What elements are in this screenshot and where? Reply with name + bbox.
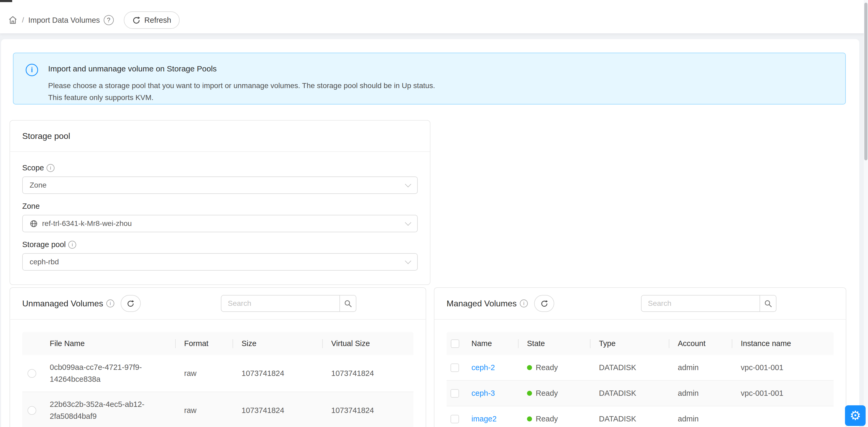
instance-name-cell: vpc-001-001 bbox=[732, 381, 834, 406]
managed-info-icon[interactable]: i bbox=[520, 300, 528, 307]
type-cell: DATADISK bbox=[590, 355, 669, 380]
file-name-cell: 22b63c2b-352a-4ec5-ab12-2fa508d4baf9 bbox=[41, 392, 176, 427]
column-header-format[interactable]: Format bbox=[176, 332, 233, 355]
row-radio-button[interactable] bbox=[28, 406, 36, 415]
managed-search-input[interactable] bbox=[641, 295, 760, 312]
row-radio-button[interactable] bbox=[28, 369, 36, 378]
unmanaged-refresh-button[interactable] bbox=[121, 295, 141, 312]
home-icon[interactable] bbox=[8, 16, 18, 25]
managed-table-row[interactable]: ceph-3 Ready DATADISK admin vpc-001-001 bbox=[446, 381, 834, 406]
unmanaged-table-row[interactable]: 0cb099aa-cc7e-4721-97f9-14264bce838a raw… bbox=[22, 355, 413, 392]
unmanaged-search-button[interactable] bbox=[339, 295, 356, 312]
top-bar: / Import Data Volumes ? Refresh bbox=[0, 0, 868, 33]
managed-refresh-button[interactable] bbox=[534, 295, 554, 312]
card-title: Storage pool bbox=[22, 131, 70, 141]
managed-search bbox=[641, 295, 776, 312]
scrollbar-thumb[interactable] bbox=[864, 3, 867, 160]
window-corner-fragment bbox=[0, 0, 12, 2]
volume-name-link[interactable]: ceph-3 bbox=[471, 389, 495, 398]
unmanaged-info-icon[interactable]: i bbox=[106, 300, 114, 307]
type-cell: DATADISK bbox=[590, 381, 669, 406]
reload-icon bbox=[540, 300, 548, 307]
column-header-size[interactable]: Size bbox=[233, 332, 323, 355]
managed-search-button[interactable] bbox=[760, 295, 776, 312]
type-cell: DATADISK bbox=[590, 406, 669, 427]
status-dot-icon bbox=[527, 417, 532, 422]
storage-pool-card-header: Storage pool bbox=[10, 121, 430, 152]
managed-table-row[interactable]: ceph-2 Ready DATADISK admin vpc-001-001 bbox=[446, 355, 834, 381]
format-cell: raw bbox=[176, 392, 233, 427]
column-header-account[interactable]: Account bbox=[669, 332, 732, 355]
managed-panel-header: Managed Volumes i bbox=[434, 288, 846, 319]
globe-icon bbox=[30, 220, 38, 228]
column-header-type[interactable]: Type bbox=[590, 332, 669, 355]
scope-info-icon[interactable]: i bbox=[46, 164, 55, 172]
breadcrumb-current: Import Data Volumes bbox=[28, 16, 100, 25]
zone-select[interactable]: ref-trl-6341-k-Mr8-wei-zhou bbox=[22, 215, 418, 232]
storage-pool-field-label: Storage pool i bbox=[22, 240, 418, 249]
row-checkbox[interactable] bbox=[451, 415, 459, 423]
format-cell: raw bbox=[176, 355, 233, 392]
state-cell: Ready bbox=[519, 406, 590, 427]
main-content: i Import and unmanage volume on Storage … bbox=[1, 39, 859, 427]
account-cell: admin bbox=[669, 406, 732, 427]
row-checkbox[interactable] bbox=[451, 364, 459, 372]
managed-table-header: Name State Type Account Instance name bbox=[446, 332, 834, 355]
row-checkbox[interactable] bbox=[451, 389, 459, 398]
radio-column-header bbox=[22, 332, 41, 355]
refresh-button[interactable]: Refresh bbox=[124, 11, 180, 29]
column-header-state[interactable]: State bbox=[519, 332, 590, 355]
search-icon bbox=[344, 300, 352, 308]
column-header-file-name[interactable]: File Name bbox=[41, 332, 176, 355]
unmanaged-panel-title: Unmanaged Volumes bbox=[22, 299, 103, 308]
help-icon[interactable]: ? bbox=[104, 15, 114, 25]
select-all-checkbox[interactable] bbox=[451, 339, 459, 348]
volume-name-link[interactable]: image2 bbox=[471, 415, 497, 423]
unmanaged-search-input[interactable] bbox=[221, 295, 339, 312]
chevron-down-icon bbox=[405, 219, 411, 226]
search-icon bbox=[764, 300, 772, 308]
scope-label-text: Scope bbox=[22, 163, 44, 172]
size-cell: 1073741824 bbox=[233, 355, 323, 392]
status-dot-icon bbox=[527, 391, 532, 396]
reload-icon bbox=[127, 300, 134, 307]
settings-fab[interactable]: ⚙ bbox=[845, 405, 866, 426]
column-header-virtual-size[interactable]: Virtual Size bbox=[323, 332, 413, 355]
managed-panel-title: Managed Volumes bbox=[446, 299, 517, 308]
virtual-size-cell: 1073741824 bbox=[323, 392, 413, 427]
managed-volumes-panel: Managed Volumes i bbox=[434, 287, 846, 427]
scrollbar bbox=[864, 0, 868, 427]
column-header-instance-name[interactable]: Instance name bbox=[732, 332, 834, 355]
file-name-cell: 0cb099aa-cc7e-4721-97f9-14264bce838a bbox=[41, 355, 176, 392]
virtual-size-cell: 1073741824 bbox=[323, 355, 413, 392]
instance-name-cell bbox=[732, 406, 834, 427]
breadcrumb-separator: / bbox=[22, 16, 24, 24]
storage-pool-label-text: Storage pool bbox=[22, 240, 66, 249]
storage-pool-info-icon[interactable]: i bbox=[68, 241, 76, 249]
scope-select[interactable]: Zone bbox=[22, 177, 418, 194]
instance-name-cell: vpc-001-001 bbox=[732, 355, 834, 380]
unmanaged-volumes-panel: Unmanaged Volumes i bbox=[9, 287, 426, 427]
size-cell: 1073741824 bbox=[233, 392, 323, 427]
zone-field-label: Zone bbox=[22, 202, 418, 211]
column-header-name[interactable]: Name bbox=[463, 332, 519, 355]
unmanaged-panel-header: Unmanaged Volumes i bbox=[10, 288, 426, 319]
zone-select-value: ref-trl-6341-k-Mr8-wei-zhou bbox=[42, 219, 402, 228]
volume-name-link[interactable]: ceph-2 bbox=[471, 363, 495, 372]
zone-label-text: Zone bbox=[22, 202, 40, 211]
chevron-down-icon bbox=[405, 181, 411, 187]
refresh-label: Refresh bbox=[145, 16, 172, 25]
alert-description-line2: This feature only supports KVM. bbox=[48, 92, 435, 103]
managed-table-row[interactable]: image2 Ready DATADISK admin bbox=[446, 406, 834, 427]
storage-pool-card: Storage pool Scope i Zone Zone ref-trl-6 bbox=[9, 120, 430, 285]
unmanaged-table-row[interactable]: 22b63c2b-352a-4ec5-ab12-2fa508d4baf9 raw… bbox=[22, 392, 413, 427]
info-alert: i Import and unmanage volume on Storage … bbox=[13, 53, 846, 104]
alert-title: Import and unmanage volume on Storage Po… bbox=[48, 64, 435, 73]
status-dot-icon bbox=[527, 365, 532, 370]
reload-icon bbox=[132, 16, 141, 24]
unmanaged-search bbox=[221, 295, 356, 312]
state-cell: Ready bbox=[519, 355, 590, 380]
storage-pool-select[interactable]: ceph-rbd bbox=[22, 253, 418, 271]
chevron-down-icon bbox=[405, 258, 411, 264]
breadcrumb: / Import Data Volumes ? bbox=[8, 15, 114, 25]
